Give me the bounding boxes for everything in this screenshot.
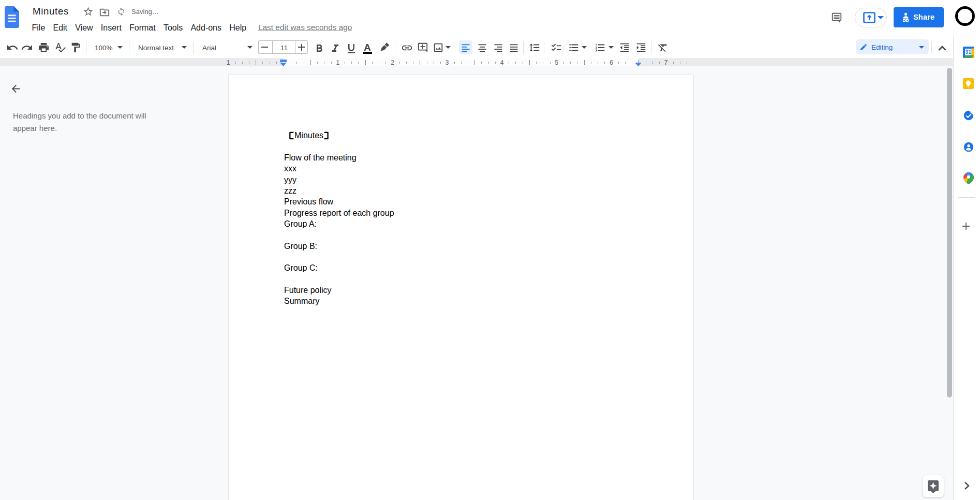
svg-text:31: 31	[966, 49, 972, 55]
